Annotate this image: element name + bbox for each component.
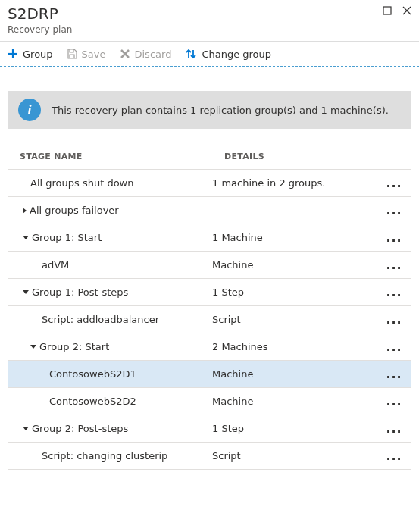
col-actions: [383, 152, 405, 161]
row-actions-button[interactable]: ...: [383, 371, 405, 377]
table-row[interactable]: ContosowebS2D1Machine...: [8, 361, 411, 388]
row-name: All groups failover: [30, 205, 119, 216]
row-details: Machine: [212, 368, 383, 380]
chevron-down-icon[interactable]: [23, 427, 29, 430]
close-icon[interactable]: [402, 6, 411, 15]
group-label: Group: [23, 49, 53, 60]
more-icon: ...: [386, 399, 402, 405]
svg-rect-0: [383, 7, 391, 14]
maximize-icon[interactable]: [383, 6, 392, 15]
row-actions-button[interactable]: ...: [383, 289, 405, 296]
row-name-cell: All groups failover: [8, 205, 212, 216]
table-row[interactable]: Group 2: Start2 Machines...: [8, 333, 411, 361]
change-group-label: Change group: [202, 49, 271, 60]
row-details: 1 Machine: [212, 232, 383, 243]
row-name: Group 2: Start: [39, 341, 109, 352]
table-row[interactable]: Group 1: Post-steps1 Step...: [8, 279, 411, 306]
row-name-cell: ContosowebS2D2: [8, 396, 212, 407]
window-controls: [383, 6, 411, 15]
row-details: 1 Step: [212, 423, 383, 434]
more-icon: ...: [386, 371, 402, 377]
row-name: adVM: [42, 259, 69, 271]
table-row[interactable]: Script: changing clusteripScript...: [8, 443, 411, 470]
more-icon: ...: [386, 235, 402, 241]
row-details: 1 machine in 2 groups.: [212, 177, 383, 189]
row-name-cell: ContosowebS2D1: [8, 368, 212, 380]
row-name-cell: All groups shut down: [8, 177, 212, 189]
more-icon: ...: [386, 289, 402, 296]
discard-icon: [120, 49, 130, 59]
info-banner: i This recovery plan contains 1 replicat…: [8, 91, 411, 129]
table-row[interactable]: All groups failover...: [8, 197, 411, 224]
info-icon: i: [18, 99, 41, 121]
table-row[interactable]: Script: addloadbalancerScript...: [8, 306, 411, 333]
more-icon: ...: [386, 317, 402, 323]
row-name-cell: Group 1: Post-steps: [8, 286, 212, 298]
more-icon: ...: [386, 262, 402, 268]
row-actions-button[interactable]: ...: [383, 208, 405, 214]
change-group-icon: [185, 48, 197, 60]
row-name: Group 1: Post-steps: [32, 286, 128, 298]
discard-button[interactable]: Discard: [120, 49, 172, 60]
row-name: ContosowebS2D1: [49, 368, 136, 380]
table-row[interactable]: Group 1: Start1 Machine...: [8, 224, 411, 252]
row-actions-button[interactable]: ...: [383, 180, 405, 186]
row-name-cell: Script: changing clusterip: [8, 450, 212, 462]
col-details: DETAILS: [224, 152, 383, 161]
row-name-cell: Group 2: Start: [8, 341, 212, 352]
info-text: This recovery plan contains 1 replicatio…: [52, 105, 389, 116]
stages-table: STAGE NAME DETAILS All groups shut down1…: [8, 152, 411, 470]
table-row[interactable]: ContosowebS2D2Machine...: [8, 388, 411, 415]
row-details: Machine: [212, 396, 383, 407]
row-actions-button[interactable]: ...: [383, 399, 405, 405]
table-row[interactable]: Group 2: Post-steps1 Step...: [8, 415, 411, 443]
save-icon: [67, 49, 77, 59]
header: S2DRP Recovery plan: [0, 0, 419, 38]
col-stage-name: STAGE NAME: [20, 152, 224, 161]
row-actions-button[interactable]: ...: [383, 453, 405, 459]
row-name-cell: Script: addloadbalancer: [8, 314, 212, 325]
more-icon: ...: [386, 426, 402, 432]
row-details: Machine: [212, 259, 383, 271]
change-group-button[interactable]: Change group: [185, 48, 271, 60]
more-icon: ...: [386, 180, 402, 186]
chevron-down-icon[interactable]: [23, 236, 29, 239]
row-details: 1 Step: [212, 286, 383, 298]
group-button[interactable]: Group: [8, 49, 53, 60]
row-name-cell: Group 1: Start: [8, 232, 212, 243]
table-body: All groups shut down1 machine in 2 group…: [8, 170, 411, 470]
row-name: All groups shut down: [30, 177, 133, 189]
plus-icon: [8, 49, 18, 59]
row-name: Script: changing clusterip: [42, 450, 167, 462]
row-details: Script: [212, 450, 383, 462]
row-actions-button[interactable]: ...: [383, 235, 405, 241]
more-icon: ...: [386, 344, 402, 350]
page-subtitle: Recovery plan: [8, 24, 411, 35]
chevron-down-icon[interactable]: [23, 290, 29, 294]
chevron-right-icon[interactable]: [23, 208, 27, 214]
row-name: ContosowebS2D2: [49, 396, 136, 407]
row-details: Script: [212, 314, 383, 325]
row-name: Group 2: Post-steps: [32, 423, 128, 434]
discard-label: Discard: [135, 49, 172, 60]
table-header: STAGE NAME DETAILS: [8, 152, 411, 170]
save-label: Save: [82, 49, 106, 60]
save-button[interactable]: Save: [67, 49, 106, 60]
row-details: 2 Machines: [212, 341, 383, 352]
row-actions-button[interactable]: ...: [383, 426, 405, 432]
toolbar: Group Save Discard Change group: [0, 42, 419, 67]
row-name: Script: addloadbalancer: [42, 314, 159, 325]
row-name: Group 1: Start: [32, 232, 102, 243]
page-title: S2DRP: [8, 5, 411, 23]
row-name-cell: Group 2: Post-steps: [8, 423, 212, 434]
row-actions-button[interactable]: ...: [383, 344, 405, 350]
chevron-down-icon[interactable]: [30, 345, 36, 349]
table-row[interactable]: All groups shut down1 machine in 2 group…: [8, 170, 411, 197]
more-icon: ...: [386, 208, 402, 214]
more-icon: ...: [386, 453, 402, 459]
table-row[interactable]: adVMMachine...: [8, 252, 411, 279]
row-actions-button[interactable]: ...: [383, 317, 405, 323]
row-actions-button[interactable]: ...: [383, 262, 405, 268]
row-name-cell: adVM: [8, 259, 212, 271]
